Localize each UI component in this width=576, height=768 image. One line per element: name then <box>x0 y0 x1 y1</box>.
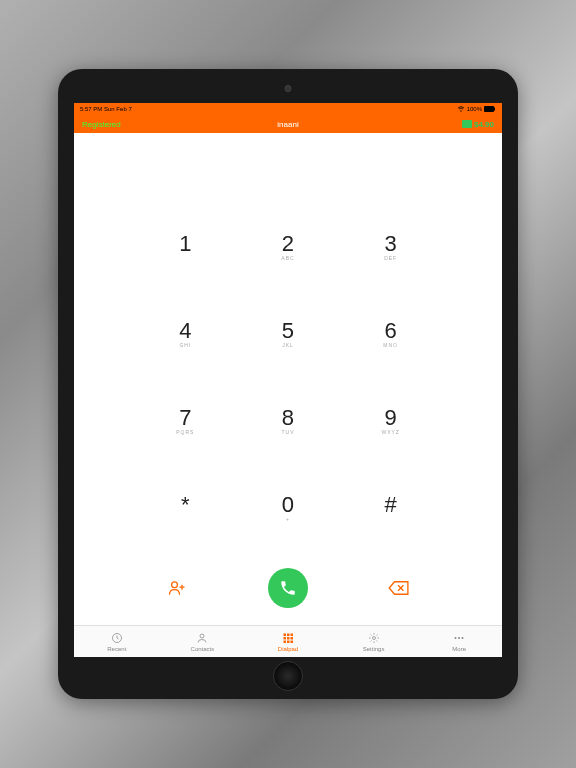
svg-rect-14 <box>290 641 293 644</box>
tab-label: Dialpad <box>278 646 298 652</box>
tab-contacts[interactable]: Contacts <box>160 626 246 657</box>
key-3[interactable]: 3DEF <box>339 203 442 290</box>
svg-rect-7 <box>287 634 290 637</box>
svg-point-16 <box>455 637 457 639</box>
key-1[interactable]: 1 <box>134 203 237 290</box>
tab-dialpad[interactable]: Dialpad <box>245 626 331 657</box>
key-0[interactable]: 0+ <box>237 463 340 550</box>
svg-point-18 <box>462 637 464 639</box>
registration-status: Registered <box>82 120 121 129</box>
svg-point-3 <box>172 581 178 587</box>
balance-display[interactable]: $4.90 <box>462 120 494 129</box>
svg-rect-2 <box>494 107 495 110</box>
tablet-frame: 5:57 PM Sun Feb 7 100% Registered inaani… <box>58 69 518 699</box>
content-area: 1 2ABC 3DEF 4GHI 5JKL 6MNO 7PQRS 8TUV 9W… <box>74 133 502 657</box>
svg-rect-11 <box>290 637 293 640</box>
tab-settings[interactable]: Settings <box>331 626 417 657</box>
svg-point-17 <box>458 637 460 639</box>
balance-icon <box>462 120 472 128</box>
key-star[interactable]: * <box>134 463 237 550</box>
battery-text: 100% <box>467 106 482 112</box>
svg-point-15 <box>372 637 375 640</box>
clock-icon <box>110 631 124 645</box>
svg-rect-12 <box>283 641 286 644</box>
key-4[interactable]: 4GHI <box>134 290 237 377</box>
tab-label: More <box>452 646 466 652</box>
tab-bar: Recent Contacts Dialpad Settings More <box>74 625 502 657</box>
svg-rect-1 <box>484 106 494 112</box>
status-right: 100% <box>457 106 496 113</box>
more-icon <box>452 631 466 645</box>
key-8[interactable]: 8TUV <box>237 377 340 464</box>
svg-rect-9 <box>283 637 286 640</box>
tab-label: Settings <box>363 646 385 652</box>
tab-label: Recent <box>107 646 126 652</box>
svg-rect-13 <box>287 641 290 644</box>
tab-label: Contacts <box>191 646 215 652</box>
balance-amount: $4.90 <box>474 120 494 129</box>
key-5[interactable]: 5JKL <box>237 290 340 377</box>
key-hash[interactable]: # <box>339 463 442 550</box>
camera-dot <box>285 85 292 92</box>
svg-rect-10 <box>287 637 290 640</box>
svg-point-5 <box>200 634 204 638</box>
backspace-button[interactable] <box>383 572 415 604</box>
key-9[interactable]: 9WXYZ <box>339 377 442 464</box>
tab-recent[interactable]: Recent <box>74 626 160 657</box>
status-bar: 5:57 PM Sun Feb 7 100% <box>74 103 502 115</box>
key-7[interactable]: 7PQRS <box>134 377 237 464</box>
status-time: 5:57 PM Sun Feb 7 <box>80 106 132 112</box>
app-header: Registered inaani $4.90 <box>74 115 502 133</box>
home-button[interactable] <box>273 661 303 691</box>
app-title: inaani <box>277 120 298 129</box>
battery-icon <box>484 106 496 113</box>
screen: 5:57 PM Sun Feb 7 100% Registered inaani… <box>74 103 502 657</box>
contacts-icon <box>195 631 209 645</box>
key-2[interactable]: 2ABC <box>237 203 340 290</box>
call-button[interactable] <box>268 568 308 608</box>
action-row <box>74 560 502 625</box>
svg-point-0 <box>460 110 461 111</box>
add-contact-button[interactable] <box>161 572 193 604</box>
gear-icon <box>367 631 381 645</box>
key-6[interactable]: 6MNO <box>339 290 442 377</box>
svg-rect-8 <box>290 634 293 637</box>
tab-more[interactable]: More <box>416 626 502 657</box>
dialpad-icon <box>281 631 295 645</box>
svg-rect-6 <box>283 634 286 637</box>
keypad: 1 2ABC 3DEF 4GHI 5JKL 6MNO 7PQRS 8TUV 9W… <box>74 183 502 560</box>
number-display <box>74 133 502 183</box>
wifi-icon <box>457 106 465 113</box>
